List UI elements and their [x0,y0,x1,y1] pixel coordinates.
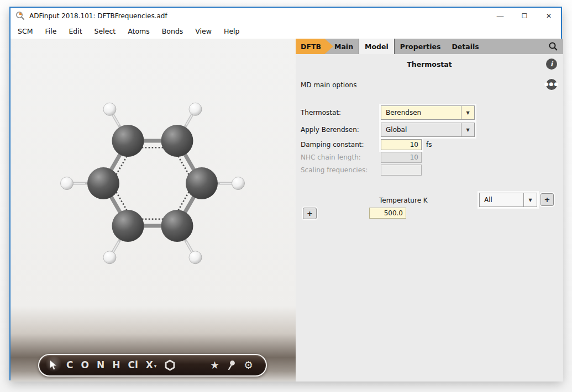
element-cl-button[interactable]: Cl [128,361,138,370]
thermostat-label: Thermostat: [301,109,341,116]
menu-bar: SCM File Edit Select Atoms Bonds View He… [11,24,561,39]
app-icon [15,11,25,20]
tab-main[interactable]: Main [329,39,359,54]
more-options-button[interactable]: ●●● [546,79,557,90]
panel-tab-bar: DFTB Main Model Properties Details [296,39,563,54]
apply-berendsen-dropdown[interactable]: Global ▼ [381,123,475,137]
row-thermostat: Thermostat: Berendsen ▼ [296,105,563,120]
app-window: ADFinput 2018.101: DFTBFrequencies.adf —… [9,7,562,380]
damping-constant-label: Damping constant: [301,141,364,149]
element-x-caret-icon: ▾ [154,364,157,370]
element-o-button[interactable]: O [81,361,88,370]
menu-view[interactable]: View [189,25,218,38]
benzene-molecule[interactable] [11,39,296,382]
add-temperature-row-button[interactable]: + [303,208,317,219]
element-h-button[interactable]: H [112,361,120,370]
info-button[interactable]: i [546,59,557,70]
molecule-viewport[interactable]: C O N H Cl X ▾ ★ [11,39,296,382]
close-button[interactable]: ✕ [537,8,561,24]
window-title: ADFinput 2018.101: DFTBFrequencies.adf [29,12,167,20]
tab-dftb[interactable]: DFTB [296,39,333,54]
scaling-frequencies-label: Scaling frequencies: [301,166,368,174]
menu-select[interactable]: Select [88,25,122,38]
menu-atoms[interactable]: Atoms [122,25,156,38]
tab-model[interactable]: Model [359,39,395,54]
row-nhc-chain-length: NHC chain length: 10 [296,152,563,163]
damping-constant-input[interactable]: 10 [381,139,422,150]
menu-file[interactable]: File [39,25,62,38]
structures-star-icon[interactable]: ★ [210,360,219,370]
menu-bonds[interactable]: Bonds [156,25,190,38]
nhc-chain-length-input: 10 [381,152,422,163]
element-c-button[interactable]: C [66,361,73,370]
scaling-frequencies-input [381,165,422,176]
tab-details[interactable]: Details [446,39,484,54]
chevron-down-icon[interactable]: ▼ [461,123,474,136]
row-scaling-frequencies: Scaling frequencies: [296,165,563,176]
element-toolbar: C O N H Cl X ▾ ★ [38,354,267,377]
page-title: Thermostat [296,60,563,68]
section-md-main-options: MD main options [301,81,356,89]
nhc-chain-length-label: NHC chain length: [301,153,361,161]
search-icon [548,41,558,51]
pin-tool-icon[interactable] [227,360,236,370]
apply-berendsen-label: Apply Berendsen: [301,126,359,134]
menu-scm[interactable]: SCM [12,25,39,38]
pointer-tool-icon[interactable] [49,360,57,370]
title-bar[interactable]: ADFinput 2018.101: DFTBFrequencies.adf —… [11,8,561,24]
options-panel: DFTB Main Model Properties Details Therm… [296,39,563,382]
search-button[interactable] [543,39,563,54]
menu-edit[interactable]: Edit [62,25,88,38]
maximize-button[interactable]: ☐ [512,8,537,24]
temperature-scope-dropdown[interactable]: All ▼ [479,193,537,207]
menu-help[interactable]: Help [218,25,246,38]
chevron-down-icon[interactable]: ▼ [523,193,537,206]
damping-constant-unit: fs [426,141,432,149]
element-n-button[interactable]: N [97,361,104,370]
row-apply-berendsen: Apply Berendsen: Global ▼ [296,123,563,137]
ring-tool-icon[interactable] [164,359,176,371]
panel-body: Thermostat i MD main options ●●● Thermos… [296,54,563,382]
thermostat-dropdown[interactable]: Berendsen ▼ [381,105,475,120]
row-damping-constant: Damping constant: 10 fs [296,139,563,150]
minimize-button[interactable]: — [488,8,512,24]
temperature-column-header: Temperature K [379,197,428,204]
chevron-down-icon[interactable]: ▼ [461,106,474,119]
element-x-button[interactable]: X ▾ [146,361,157,370]
settings-gear-icon[interactable]: ⚙ [244,360,253,370]
temperature-value-input[interactable]: 500.0 [369,208,406,219]
add-temperature-column-button[interactable]: + [540,193,554,206]
tab-properties[interactable]: Properties [395,39,447,54]
